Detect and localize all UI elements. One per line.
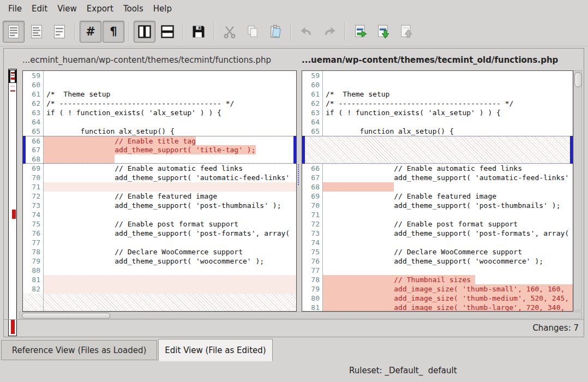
overview-change-mark — [11, 72, 15, 74]
view-full-files-button[interactable] — [3, 21, 25, 43]
toggle-whitespace-button[interactable]: ¶ — [103, 21, 124, 43]
code-line[interactable]: 80 — [23, 266, 296, 275]
code-line[interactable]: 62/* -----------------------------------… — [302, 99, 573, 108]
code-string: add_image_size( 'thumb-large', 720, 340, — [326, 303, 565, 312]
code-text — [44, 154, 296, 163]
view-context-lines-button[interactable] — [26, 21, 47, 43]
tab-edit-view[interactable]: Edit View (File as Edited) — [158, 339, 273, 361]
code-text — [323, 80, 573, 89]
layout-stacked-button[interactable] — [157, 21, 178, 43]
code-line[interactable]: 76 add_theme_support( 'woocommerce' ); — [302, 256, 573, 266]
code-line[interactable]: 75 // Declare WooCommerce support — [302, 247, 573, 256]
code-line[interactable]: 76 add_theme_support( 'post-formats', ar… — [23, 229, 296, 238]
code-line[interactable]: 77 — [302, 266, 573, 275]
code-line[interactable]: 70 add_theme_support( 'post-thumbnails' … — [302, 201, 573, 210]
code-line[interactable]: 72 // Enable featured image — [23, 192, 296, 201]
code-line[interactable]: 67 add_theme_support( 'automatic-feed-li… — [302, 173, 573, 182]
line-number: 68 — [302, 182, 323, 192]
code-line[interactable]: 71 — [23, 182, 296, 192]
line-number: 80 — [23, 266, 44, 275]
vertical-scrollbar[interactable] — [573, 70, 582, 311]
undo-button[interactable] — [296, 21, 317, 43]
code-text — [323, 210, 573, 219]
toolbar-separator — [75, 22, 75, 41]
code-line[interactable]: 63if ( ! function_exists( 'alx_setup' ) … — [302, 108, 573, 117]
code-line[interactable]: 80 add_image_size( 'thumb-medium', 520, … — [302, 294, 573, 303]
code-line[interactable]: 74 — [23, 210, 296, 219]
menu-item-view[interactable]: View — [52, 0, 82, 17]
code-line[interactable]: 66 // Enable automatic feed links — [302, 164, 573, 173]
line-number: 79 — [302, 284, 323, 294]
view-diffs-only-button[interactable] — [49, 21, 70, 43]
line-number: 72 — [302, 219, 323, 229]
code-text: add_theme_support( 'post-formats', array… — [323, 229, 573, 238]
code-line[interactable]: 66 // Enable title tag — [23, 136, 296, 145]
menu-item-edit[interactable]: Edit — [27, 0, 52, 17]
vertical-scrollbar-thumb[interactable] — [574, 72, 582, 87]
code-line[interactable]: 65 function alx_setup() { — [302, 127, 573, 136]
code-line[interactable]: 64 — [23, 117, 296, 127]
save-button[interactable] — [188, 21, 209, 43]
line-number: 68 — [23, 154, 44, 163]
code-line[interactable]: 68 — [302, 182, 573, 192]
copy-block-down-button[interactable] — [373, 21, 394, 43]
copy-block-right-button[interactable] — [350, 21, 371, 43]
code-line[interactable]: 59 — [302, 71, 573, 80]
code-line[interactable]: 61/* Theme setup — [302, 89, 573, 99]
code-line[interactable]: 78 // Thumbnail sizes — [302, 275, 573, 284]
copy-button[interactable] — [242, 21, 263, 43]
code-line[interactable]: 60 — [23, 80, 296, 89]
line-number: 75 — [23, 219, 44, 229]
code-line[interactable]: 62/* -----------------------------------… — [23, 99, 296, 108]
menu-item-help[interactable]: Help — [148, 0, 177, 17]
menu-item-export[interactable]: Export — [82, 0, 118, 17]
code-line[interactable]: 67 add_theme_support( 'title-tag' ); — [23, 145, 296, 154]
code-line[interactable]: 71 — [302, 210, 573, 219]
code-line[interactable]: 60 — [302, 80, 573, 89]
code-line[interactable]: 63if ( ! function_exists( 'alx_setup' ) … — [23, 108, 296, 117]
code-line[interactable]: 70 add_theme_support( 'automatic-feed-li… — [23, 173, 296, 182]
toggle-line-numbers-button[interactable]: # — [80, 21, 101, 43]
code-line[interactable]: 79 add_theme_support( 'woocommerce' ); — [23, 256, 296, 266]
code-string: // Enable post format support — [326, 220, 518, 228]
layout-side-by-side-button[interactable] — [134, 21, 155, 43]
overview-viewport-indicator[interactable] — [9, 70, 16, 83]
horizontal-scrollbar[interactable] — [19, 312, 582, 319]
left-file-path: ...ecmint_hueman/wp-content/themes/tecmi… — [22, 52, 296, 68]
code-line[interactable]: 72 // Enable post format support — [302, 219, 573, 229]
code-line[interactable]: 69 // Enable automatic feed links — [23, 164, 296, 173]
redo-button[interactable] — [319, 21, 340, 43]
code-line[interactable]: 77 — [23, 238, 296, 247]
code-text — [323, 182, 573, 192]
paste-button[interactable] — [265, 21, 286, 43]
code-line[interactable]: 59 — [23, 71, 296, 80]
code-line[interactable]: 82 — [23, 284, 296, 294]
code-line[interactable]: 69 // Enable featured image — [302, 192, 573, 201]
code-line[interactable]: 68 — [23, 154, 296, 164]
horizontal-scrollbar-thumb[interactable] — [22, 313, 110, 319]
code-line[interactable]: 65 function alx_setup() { — [23, 127, 296, 136]
cut-button[interactable] — [219, 21, 241, 43]
tab-reference-view[interactable]: Reference View (Files as Loaded) — [1, 340, 157, 360]
alignment-filler — [23, 294, 296, 312]
code-line[interactable]: 79 add_image_size( 'thumb-small', 160, 1… — [302, 284, 573, 294]
copy-block-up-button[interactable] — [395, 21, 417, 43]
code-line[interactable]: 73 add_theme_support( 'post-thumbnails' … — [23, 201, 296, 210]
menu-item-tools[interactable]: Tools — [118, 0, 148, 17]
code-text: // Enable automatic feed links — [44, 164, 296, 173]
code-line[interactable]: 73 add_theme_support( 'post-formats', ar… — [302, 229, 573, 238]
code-line[interactable]: 78 // Declare WooCommerce support — [23, 247, 296, 256]
line-number: 82 — [23, 284, 44, 294]
clipboard-icon — [268, 24, 283, 39]
code-line[interactable]: 64 — [302, 117, 573, 127]
menu-item-file[interactable]: File — [3, 0, 27, 17]
line-number: 78 — [302, 275, 323, 284]
line-number: 62 — [302, 99, 323, 108]
code-line[interactable]: 81 add_image_size( 'thumb-large', 720, 3… — [302, 303, 573, 312]
code-line[interactable]: 74 — [302, 238, 573, 247]
code-line[interactable]: 81 — [23, 275, 296, 284]
overview-map[interactable] — [8, 69, 17, 336]
code-line[interactable]: 61/* Theme setup — [23, 89, 296, 99]
code-line[interactable]: 75 // Enable post format support — [23, 219, 296, 229]
copy-pages-icon — [245, 24, 260, 39]
